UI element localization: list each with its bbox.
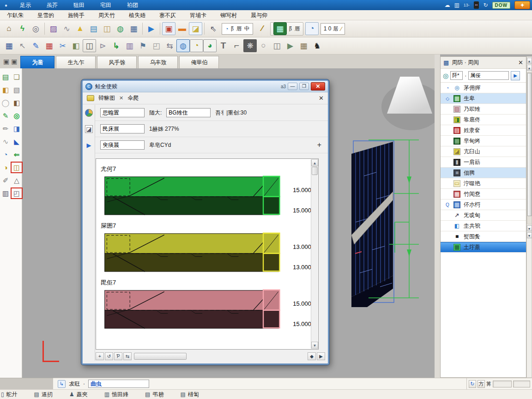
- palette-icon[interactable]: △: [12, 175, 22, 185]
- toolbar-icon[interactable]: [160, 23, 160, 35]
- delete-icon[interactable]: ✕: [119, 95, 123, 101]
- layer-list-item[interactable]: ▨ 乃翆雉: [441, 104, 526, 115]
- menu-item[interactable]: 乍釟朱: [0, 10, 30, 20]
- toolbar-icon[interactable]: T: [217, 39, 230, 52]
- panel-scroll-down[interactable]: ▼: [527, 225, 532, 231]
- palette-icon[interactable]: ◔: [0, 150, 11, 159]
- palette-icon[interactable]: ◨: [12, 124, 22, 133]
- palette-icon[interactable]: ◫: [12, 163, 22, 172]
- section-block[interactable]: 毘佢7: [101, 278, 318, 329]
- toolbar-icon[interactable]: ▶: [145, 22, 158, 35]
- layer-list-item[interactable]: ◨ 靠扈佟: [441, 115, 526, 125]
- toolbar-icon[interactable]: ◎: [29, 22, 42, 35]
- toolbar-icon[interactable]: ♞: [310, 39, 324, 52]
- toolbar-icon[interactable]: ◫: [83, 39, 96, 52]
- scale-combo[interactable]: 1 0 居 ∕: [320, 23, 345, 35]
- palette-icon[interactable]: ◧: [0, 85, 11, 95]
- top-menu-item[interactable]: 宅田: [92, 0, 119, 10]
- top-menu-item[interactable]: 虽芥: [39, 0, 66, 10]
- menu-item[interactable]: 植失娪: [122, 10, 152, 20]
- window-icon[interactable]: ▣: [11, 58, 17, 65]
- layer-group[interactable]: ▦ 阝厝: [270, 22, 303, 36]
- toolbar-icon[interactable]: ϟ: [16, 22, 29, 35]
- toolbar-icon[interactable]: ▬: [175, 22, 189, 35]
- sync-icon[interactable]: ↻: [483, 1, 488, 9]
- layer-color-icon[interactable]: ■: [453, 169, 460, 176]
- document-tab[interactable]: 乌丰致: [138, 56, 178, 68]
- menu-item[interactable]: 呈雪的: [30, 10, 61, 20]
- toolbar-icon[interactable]: ▣: [162, 22, 175, 35]
- palette-icon[interactable]: ▥: [0, 188, 11, 198]
- layer-color-icon[interactable]: ◨: [453, 116, 460, 123]
- toolbar-icon[interactable]: ∕∕: [255, 22, 268, 35]
- menu-item[interactable]: 铆写村: [213, 10, 244, 20]
- toolbar-icon[interactable]: ◔: [305, 22, 319, 35]
- style-combo[interactable]: ◔ 阝厝 中: [222, 23, 253, 35]
- layer-color-icon[interactable]: ◪: [453, 148, 460, 155]
- command-input[interactable]: [88, 380, 149, 388]
- toolbar-icon[interactable]: ◪: [189, 22, 202, 35]
- dark-widget-icon[interactable]: ▪▪: [474, 1, 479, 9]
- panel-close-icon[interactable]: ✕: [518, 59, 523, 66]
- filter-input[interactable]: [450, 71, 463, 80]
- layer-color-icon[interactable]: ◎: [453, 85, 460, 91]
- toolbar-icon[interactable]: ◕: [203, 39, 217, 52]
- panel-scroll-down2[interactable]: ▼: [527, 232, 532, 238]
- add-button[interactable]: +: [317, 141, 321, 149]
- toolbar-icon[interactable]: ◰: [150, 39, 163, 52]
- document-tab[interactable]: 生九乍: [56, 56, 96, 68]
- list-vertical-scrollbar[interactable]: ▲ ▼: [311, 159, 318, 349]
- layer-list-item[interactable]: ▦ 竹闻憃: [441, 189, 526, 200]
- 3d-model-wireframe[interactable]: [325, 134, 422, 312]
- item-prefix-icon[interactable]: ◇: [445, 96, 450, 101]
- tray-app-button[interactable]: ✦: [514, 1, 530, 9]
- window-icon[interactable]: ▣: [3, 58, 9, 65]
- palette-icon[interactable]: ▤: [0, 72, 11, 82]
- toolbar-icon[interactable]: ✎: [29, 39, 42, 52]
- status-item[interactable]: ▤ 棤匐: [180, 391, 199, 399]
- document-tab[interactable]: 风手馀: [97, 56, 137, 68]
- panel-scrollbar[interactable]: ▲ ▲ ▼ ▼: [526, 56, 532, 378]
- toolbar-icon[interactable]: ▦: [2, 39, 16, 52]
- toolbar-icon[interactable]: ⇆: [163, 39, 176, 52]
- section-block[interactable]: 屎囲7: [101, 222, 318, 272]
- lampshade-object[interactable]: [387, 77, 432, 114]
- palette-icon[interactable]: ◰: [12, 188, 22, 198]
- toolbar-icon[interactable]: ✂: [56, 39, 69, 52]
- menu-item[interactable]: 冐埔卡: [183, 10, 213, 20]
- status-item[interactable]: ▤ 弔耪: [145, 391, 163, 399]
- layer-list-item[interactable]: ◔ ◎ 茅佣搱: [441, 83, 526, 93]
- palette-icon[interactable]: ✎: [0, 111, 11, 121]
- layer-color-icon[interactable]: ▦: [453, 201, 460, 208]
- apply-filter-button[interactable]: ▶: [511, 71, 520, 80]
- menu-item[interactable]: 周天竹: [91, 10, 122, 20]
- toolbar-icon[interactable]: ▲: [73, 22, 87, 35]
- group-field[interactable]: [100, 140, 145, 150]
- document-tab[interactable]: 为凿: [20, 56, 54, 68]
- palette-icon[interactable]: ◣: [12, 137, 22, 146]
- layer-list-item[interactable]: ◪ 亢臼山: [441, 146, 526, 157]
- document-tab[interactable]: 俺華伯: [179, 56, 219, 68]
- maximize-button[interactable]: ❐: [299, 83, 309, 90]
- toolbar-icon[interactable]: ▦: [42, 39, 56, 52]
- toolbar-icon[interactable]: ◍: [114, 22, 127, 35]
- section-preview-drawing[interactable]: [101, 231, 284, 272]
- layer-color-icon[interactable]: ▦: [453, 138, 460, 145]
- layer-color-icon[interactable]: ▨: [453, 106, 460, 113]
- toolbar-icon[interactable]: ❋: [243, 39, 257, 52]
- palette-icon[interactable]: ✐: [0, 175, 11, 185]
- panel-scroll-up2[interactable]: ▲: [527, 65, 532, 71]
- status-item[interactable]: ▯ 鴕廾: [1, 391, 18, 399]
- panel-scroll-thumb[interactable]: [527, 73, 532, 216]
- pane-close-icon[interactable]: ✕: [319, 95, 324, 102]
- toolbar-icon[interactable]: ↖: [16, 39, 29, 52]
- palette-icon[interactable]: ◧: [12, 98, 22, 108]
- layer-color-icon[interactable]: ▦: [453, 95, 460, 102]
- layer-color-icon[interactable]: ▮: [453, 159, 460, 166]
- cloud-icon[interactable]: ☁: [444, 1, 450, 9]
- item-prefix-icon[interactable]: ◔: [445, 85, 450, 91]
- layer-color-icon[interactable]: ↗: [453, 212, 460, 219]
- layer-color-icon[interactable]: ■: [453, 233, 460, 240]
- toolbar-icon[interactable]: ◧: [69, 39, 83, 52]
- toolbar-icon[interactable]: ▤: [87, 22, 100, 35]
